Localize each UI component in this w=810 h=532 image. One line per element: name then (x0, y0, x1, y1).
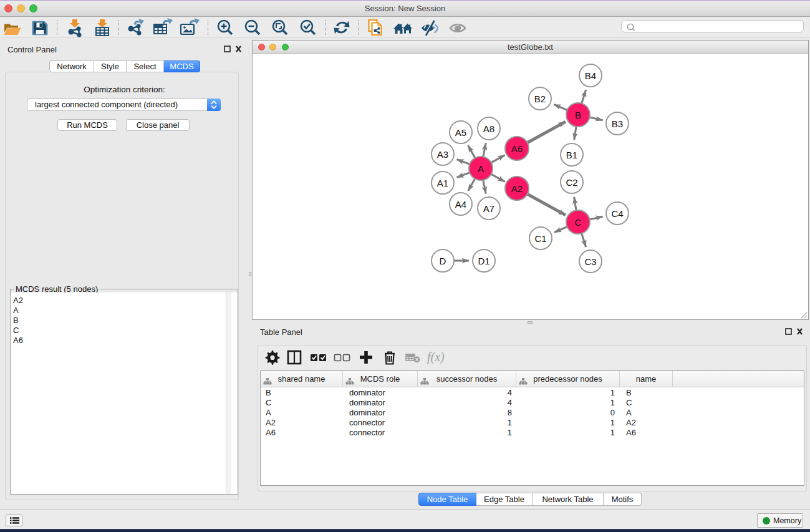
svg-text:A3: A3 (437, 149, 448, 160)
svg-text:A4: A4 (455, 199, 466, 210)
svg-text:B3: B3 (612, 118, 623, 129)
svg-text:A6: A6 (511, 143, 523, 154)
svg-text:D: D (440, 256, 446, 266)
svg-text:A7: A7 (483, 203, 494, 214)
svg-text:A5: A5 (455, 127, 466, 138)
svg-text:B2: B2 (534, 94, 546, 104)
svg-text:B1: B1 (566, 150, 577, 160)
svg-text:C1: C1 (534, 233, 546, 244)
svg-text:C4: C4 (611, 208, 623, 219)
svg-text:D1: D1 (478, 256, 489, 266)
svg-text:C3: C3 (584, 256, 596, 267)
svg-text:B4: B4 (585, 70, 596, 81)
svg-text:A8: A8 (483, 123, 494, 134)
svg-text:C: C (575, 217, 582, 228)
svg-text:B: B (575, 110, 581, 120)
svg-text:A2: A2 (511, 183, 523, 194)
svg-text:A: A (478, 163, 484, 174)
svg-text:C2: C2 (566, 177, 577, 188)
svg-text:A1: A1 (437, 178, 448, 188)
